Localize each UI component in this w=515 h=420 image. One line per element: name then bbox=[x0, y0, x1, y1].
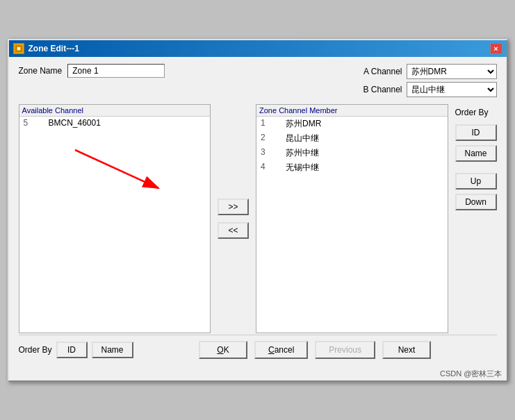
item-id: 5 bbox=[24, 118, 38, 128]
add-button[interactable]: >> bbox=[218, 199, 249, 215]
a-channel-row: A Channel 苏州DMR 昆山中继 苏州中继 无锡中继 bbox=[357, 64, 497, 79]
main-window: Zone Edit---1 × Zone Name A Channel 苏州DM… bbox=[8, 39, 508, 382]
up-button[interactable]: Up bbox=[455, 173, 497, 190]
list-item[interactable]: 1 苏州DMR bbox=[256, 117, 448, 131]
bottom-order-by-label: Order By bbox=[19, 345, 52, 355]
bottom-name-button[interactable]: Name bbox=[92, 342, 133, 358]
item-id: 4 bbox=[261, 162, 275, 174]
title-bar-left: Zone Edit---1 bbox=[13, 43, 79, 54]
available-channel-list: 5 BMCN_46001 bbox=[19, 117, 211, 129]
next-button[interactable]: Next bbox=[382, 341, 431, 359]
item-name: 苏州中继 bbox=[286, 147, 319, 159]
a-channel-label: A Channel bbox=[357, 67, 402, 76]
channel-selects: A Channel 苏州DMR 昆山中继 苏州中继 无锡中继 B Channel… bbox=[357, 64, 497, 97]
b-channel-label: B Channel bbox=[357, 85, 402, 94]
main-area: Available Channel 5 BMCN_46001 bbox=[19, 104, 497, 333]
title-bar: Zone Edit---1 × bbox=[9, 40, 507, 57]
window-icon bbox=[13, 43, 24, 54]
middle-buttons: >> << bbox=[211, 104, 256, 333]
item-name: BMCN_46001 bbox=[49, 118, 101, 128]
list-item[interactable]: 4 无锡中继 bbox=[256, 160, 448, 175]
zone-channel-header: Zone Channel Member bbox=[256, 105, 448, 117]
zone-channel-list: 1 苏州DMR 2 昆山中继 3 苏州中继 4 bbox=[256, 117, 448, 175]
available-channel-header: Available Channel bbox=[19, 105, 211, 117]
watermark: CSDN @密林三本 bbox=[9, 369, 507, 380]
zone-channel-panel: Zone Channel Member 1 苏州DMR 2 昆山中继 3 苏州中 bbox=[256, 104, 448, 333]
svg-line-3 bbox=[75, 150, 158, 188]
close-button[interactable]: × bbox=[490, 43, 502, 54]
zone-name-row: Zone Name bbox=[19, 64, 165, 78]
previous-button[interactable]: Previous bbox=[315, 341, 375, 359]
b-channel-select[interactable]: 苏州DMR 昆山中继 苏州中继 无锡中继 bbox=[407, 82, 497, 97]
b-channel-row: B Channel 苏州DMR 昆山中继 苏州中继 无锡中继 bbox=[357, 82, 497, 97]
item-id: 3 bbox=[261, 147, 275, 159]
ok-button[interactable]: OK bbox=[199, 341, 247, 359]
right-panel: Order By ID Name Up Down bbox=[448, 104, 497, 210]
top-section: Zone Name A Channel 苏州DMR 昆山中继 苏州中继 无锡中继… bbox=[19, 64, 497, 97]
a-channel-select[interactable]: 苏州DMR 昆山中继 苏州中继 无锡中继 bbox=[407, 64, 497, 79]
item-name: 无锡中继 bbox=[286, 162, 319, 174]
available-channel-panel: Available Channel 5 BMCN_46001 bbox=[19, 104, 211, 333]
zone-name-input[interactable] bbox=[67, 64, 165, 78]
list-item[interactable]: 2 昆山中继 bbox=[256, 131, 448, 146]
item-name: 苏州DMR bbox=[286, 118, 321, 130]
list-item[interactable]: 5 BMCN_46001 bbox=[19, 117, 211, 129]
panels-area: Available Channel 5 BMCN_46001 bbox=[19, 104, 448, 333]
order-by-name-button[interactable]: Name bbox=[455, 145, 497, 162]
down-button[interactable]: Down bbox=[455, 194, 497, 210]
cancel-underline: Cancel bbox=[268, 345, 294, 355]
bottom-id-button[interactable]: ID bbox=[56, 342, 88, 358]
item-name: 昆山中继 bbox=[286, 133, 319, 144]
remove-button[interactable]: << bbox=[218, 222, 249, 239]
item-id: 2 bbox=[261, 133, 275, 144]
item-id: 1 bbox=[261, 118, 275, 130]
order-by-label: Order By bbox=[455, 108, 497, 117]
bottom-order-by-row: Order By ID Name bbox=[19, 342, 133, 358]
window-title: Zone Edit---1 bbox=[28, 44, 79, 53]
order-by-id-button[interactable]: ID bbox=[455, 124, 497, 141]
footer-buttons: OK Cancel Previous Next bbox=[133, 341, 497, 359]
zone-name-label: Zone Name bbox=[19, 66, 63, 76]
svg-rect-1 bbox=[17, 47, 20, 50]
ok-underline: OK bbox=[217, 345, 229, 355]
cancel-button[interactable]: Cancel bbox=[254, 341, 308, 359]
bottom-section: Order By ID Name OK Cancel Previous Next bbox=[19, 335, 497, 362]
window-body: Zone Name A Channel 苏州DMR 昆山中继 苏州中继 无锡中继… bbox=[9, 57, 507, 369]
list-item[interactable]: 3 苏州中继 bbox=[256, 146, 448, 160]
